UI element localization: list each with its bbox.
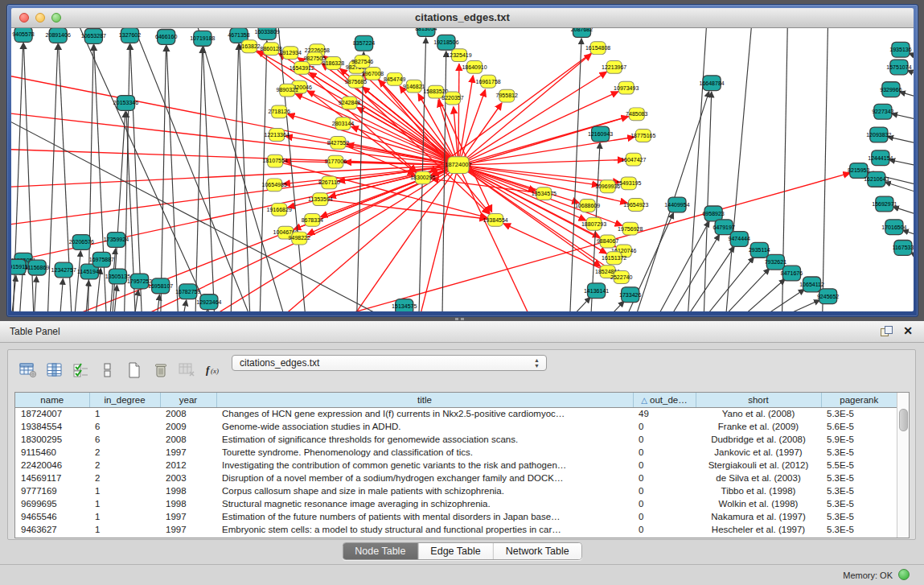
- table-cell[interactable]: Structural magnetic resonance image aver…: [216, 497, 633, 510]
- tab-network-table[interactable]: Network Table: [494, 543, 581, 559]
- graph-edge[interactable]: [458, 165, 585, 220]
- table-cell[interactable]: Disruption of a novel member of a sodium…: [216, 472, 633, 484]
- column-header-year[interactable]: year: [160, 393, 216, 407]
- graph-edge[interactable]: [688, 28, 707, 311]
- graph-edge[interactable]: [131, 28, 253, 311]
- table-row[interactable]: 911546021997Tourette syndrome. Phenomeno…: [15, 446, 897, 459]
- table-row[interactable]: 1872400712008Changes of HCN gene express…: [15, 407, 897, 420]
- graph-edge[interactable]: [183, 300, 187, 311]
- table-cell[interactable]: 2: [89, 459, 160, 472]
- graph-edge[interactable]: [458, 165, 599, 185]
- table-cell[interactable]: Yano et al. (2008): [696, 407, 821, 420]
- table-cell[interactable]: Estimation of significance thresholds fo…: [216, 433, 633, 446]
- graph-edge[interactable]: [885, 182, 914, 193]
- table-cell[interactable]: Stergiakouli et al. (2012): [696, 459, 821, 472]
- graph-edge[interactable]: [668, 235, 720, 311]
- table-cell[interactable]: Franke et al. (2009): [696, 420, 821, 433]
- table-cell[interactable]: Jankovic et al. (1997): [696, 446, 821, 459]
- graph-edge[interactable]: [892, 113, 914, 120]
- graph-edge[interactable]: [704, 92, 712, 311]
- table-cell[interactable]: 14569117: [15, 472, 89, 484]
- delete-rows-button[interactable]: [149, 360, 173, 382]
- network-canvas[interactable]: 9405578208914061065328713276026466160107…: [11, 28, 914, 311]
- table-cell[interactable]: 0: [633, 446, 696, 459]
- table-row[interactable]: 1938455462009Genome-wide association stu…: [15, 420, 897, 433]
- tab-edge-table[interactable]: Edge Table: [418, 543, 493, 559]
- column-header-short[interactable]: short: [696, 393, 821, 407]
- network-svg[interactable]: 9405578208914061065328713276026466160107…: [11, 28, 914, 311]
- table-cell[interactable]: 5.3E-5: [821, 497, 897, 510]
- table-selector-combo[interactable]: citations_edges.txt ▲▼: [232, 355, 547, 371]
- graph-edge[interactable]: [60, 278, 63, 311]
- table-cell[interactable]: 2003: [160, 472, 216, 484]
- network-window-titlebar[interactable]: citations_edges.txt: [11, 8, 914, 28]
- table-cell[interactable]: 9699695: [15, 497, 89, 510]
- table-cell[interactable]: Tourette syndrome. Phenomenology and cla…: [216, 446, 633, 459]
- table-cell[interactable]: 18300295: [15, 433, 89, 446]
- table-row[interactable]: 1830029562008Estimation of significance …: [15, 433, 897, 446]
- graph-edge[interactable]: [503, 224, 607, 272]
- graph-edge[interactable]: [260, 41, 267, 311]
- graph-edge[interactable]: [430, 48, 598, 173]
- table-cell[interactable]: 2012: [160, 459, 216, 472]
- table-cell[interactable]: 5.6E-5: [821, 420, 897, 433]
- table-cell[interactable]: Estimation of the future numbers of pati…: [216, 510, 633, 523]
- table-cell[interactable]: 1997: [160, 446, 216, 459]
- table-row[interactable]: 946554611997Estimation of the future num…: [15, 510, 897, 523]
- table-cell[interactable]: 5.3E-5: [821, 407, 897, 420]
- graph-edge[interactable]: [606, 301, 625, 311]
- graph-edge[interactable]: [568, 297, 590, 311]
- graph-edge[interactable]: [74, 251, 80, 311]
- table-cell[interactable]: Genome-wide association studies in ADHD.: [216, 420, 633, 433]
- table-cell[interactable]: 0: [633, 420, 696, 433]
- table-cell[interactable]: 2008: [160, 433, 216, 446]
- table-cell[interactable]: 0: [633, 433, 696, 446]
- table-cell[interactable]: 1: [89, 497, 160, 510]
- function-builder-button[interactable]: f(x): [202, 360, 226, 382]
- graph-edge[interactable]: [195, 47, 203, 311]
- new-table-button[interactable]: [122, 360, 146, 382]
- table-cell[interactable]: 1998: [160, 484, 216, 497]
- table-cell[interactable]: 9463627: [15, 523, 89, 536]
- table-cell[interactable]: Dudbridge et al. (2008): [696, 433, 821, 446]
- graph-edge[interactable]: [823, 28, 828, 311]
- graph-edge[interactable]: [757, 289, 804, 311]
- graph-edge[interactable]: [161, 46, 166, 311]
- zoom-window-button[interactable]: [51, 13, 61, 23]
- graph-edge[interactable]: [893, 207, 914, 216]
- graph-edge[interactable]: [419, 165, 458, 311]
- column-header-out_de[interactable]: △out_de…: [633, 393, 696, 407]
- close-window-button[interactable]: [19, 13, 29, 23]
- table-settings-button[interactable]: [16, 360, 40, 382]
- table-cell[interactable]: 1: [89, 523, 160, 536]
- graph-edge[interactable]: [203, 47, 215, 311]
- table-cell[interactable]: Corpus callosum shape and size in male p…: [216, 484, 633, 497]
- table-cell[interactable]: de Silva et al. (2003): [696, 472, 821, 484]
- close-panel-icon[interactable]: ✕: [903, 324, 913, 337]
- tab-node-table[interactable]: Node Table: [343, 543, 418, 559]
- table-cell[interactable]: 2: [89, 446, 160, 459]
- graph-edge[interactable]: [19, 270, 23, 311]
- graph-edge[interactable]: [307, 91, 458, 165]
- table-cell[interactable]: 1997: [160, 523, 216, 536]
- network-window[interactable]: citations_edges.txt 940557: [6, 4, 918, 317]
- table-row[interactable]: 977716911998Corpus callosum shape and si…: [15, 484, 897, 497]
- show-columns-button[interactable]: [43, 360, 67, 382]
- graph-edge[interactable]: [458, 76, 473, 165]
- table-cell[interactable]: 9465546: [15, 510, 89, 523]
- table-cell[interactable]: 5.3E-5: [821, 523, 897, 536]
- graph-edge[interactable]: [205, 311, 207, 311]
- table-row[interactable]: 946362711997Embryonic stem cells: a mode…: [15, 523, 897, 536]
- show-selected-rows-button[interactable]: [96, 360, 120, 382]
- graph-edge[interactable]: [130, 44, 142, 311]
- graph-edge[interactable]: [239, 44, 250, 311]
- table-cell[interactable]: 2008: [160, 407, 216, 420]
- select-all-rows-button[interactable]: [69, 360, 93, 382]
- table-cell[interactable]: 6: [89, 433, 160, 446]
- graph-edge[interactable]: [34, 276, 36, 311]
- table-row[interactable]: 969969511998Structural magnetic resonanc…: [15, 497, 897, 510]
- table-cell[interactable]: 1: [89, 407, 160, 420]
- table-cell[interactable]: 18724007: [15, 407, 89, 420]
- table-cell[interactable]: Investigating the contribution of common…: [216, 459, 633, 472]
- table-cell[interactable]: 5.3E-5: [821, 472, 897, 484]
